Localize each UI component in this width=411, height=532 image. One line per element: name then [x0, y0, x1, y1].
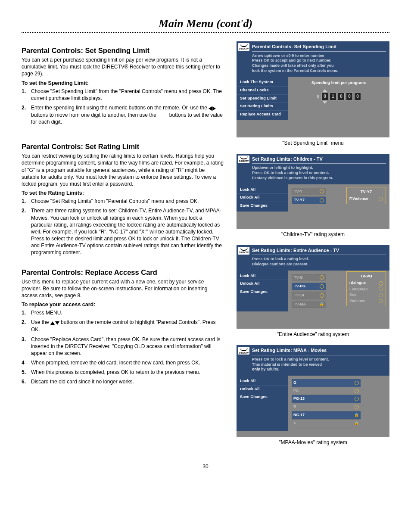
radio-icon [379, 293, 383, 297]
step-text: Press MENU. [31, 310, 62, 316]
ui-content: G PG PG-13 R NC-17🔒 X🔒 [288, 376, 389, 431]
ui-sidebar: Lock All Unlock All Save Changes [237, 184, 288, 212]
intro-spending: You can set a per purchase spending limi… [22, 56, 224, 78]
rating-row[interactable]: R [292, 403, 361, 411]
panel-title: TV-PG [349, 274, 384, 279]
rating-row[interactable]: TV-14 [292, 292, 326, 299]
sidebar-item[interactable]: Set Spending Limit [237, 95, 288, 103]
rating-row[interactable]: G [292, 379, 361, 387]
step-text: Choose "Set Spending Limit" from the "Pa… [31, 88, 222, 101]
list-item: 5.When this process is completed, press … [22, 369, 224, 376]
sublevel-row[interactable]: F.Violence [349, 196, 384, 202]
rating-row[interactable]: TV-MA🔒 [292, 301, 326, 308]
caption: "Entire Audience" rating system [237, 331, 389, 337]
page-title: Main Menu (cont'd) [22, 17, 389, 30]
list-item: 2.Enter the spending limit using the num… [22, 104, 224, 125]
rating-list: TV-Y TV-Y7 [292, 188, 326, 204]
digit-input[interactable]: 0 [321, 93, 328, 100]
caption: "Children-TV" rating system [237, 231, 389, 237]
list-item: 2.Use the buttons on the remote control … [22, 319, 224, 333]
radio-icon [379, 299, 383, 303]
ui-desc: Arrow up/down or #0-9 to enter number Pr… [252, 53, 386, 74]
ui-desc: Up/down or left/right to highlight. Pres… [252, 165, 386, 180]
subhead-spending: To set the Spending Limit: [22, 80, 224, 86]
step-text: Choose "Set Rating Limits" from "Parenta… [31, 198, 199, 204]
spending-digits[interactable]: $ 0 1 0 0 0 [292, 89, 386, 104]
sidebar-item[interactable]: Lock The System [237, 78, 288, 87]
sublevel-panel: TV-Y7 F.Violence [346, 187, 386, 204]
sidebar-item[interactable]: Lock All [237, 186, 288, 194]
ui-header: DIRECTV Set Rating Limits: Entire Audien… [237, 245, 389, 271]
subhead-rating: To set the Rating Limits: [22, 190, 224, 196]
page-number: 30 [22, 464, 389, 470]
sidebar-item[interactable]: Set Rating Limits [237, 103, 288, 111]
sublevel-row[interactable]: Language [349, 286, 384, 292]
ui-entire-audience: DIRECTV Set Rating Limits: Entire Audien… [237, 245, 389, 329]
digit-col[interactable]: 0 [321, 89, 328, 104]
ui-desc: Press OK to lock a rating level or conte… [252, 357, 386, 372]
intro-rating: You can restrict viewing by setting the … [22, 152, 224, 187]
ui-children-tv: DIRECTV Set Rating Limits: Children - TV… [237, 154, 389, 229]
lock-icon: 🔒 [319, 302, 324, 307]
sidebar-item[interactable]: Unlock All [237, 280, 288, 288]
heading-rating: Parental Controls: Set Rating Limit [22, 143, 224, 151]
step-text: When prompted, remove the old card, inse… [31, 360, 200, 366]
directv-logo: DIRECTV [238, 247, 249, 255]
sidebar-item[interactable]: Lock All [237, 377, 288, 386]
sidebar-item[interactable]: Channel Locks [237, 87, 288, 95]
sidebar-item[interactable]: Save Changes [237, 202, 288, 210]
content-container: Parental Controls: Set Spending Limit Yo… [22, 41, 389, 453]
ui-header: DIRECTV Set Rating Limits: MPAA - Movies… [237, 345, 389, 376]
sublevel-row[interactable]: Sex [349, 292, 384, 298]
digit-input[interactable]: 1 [330, 93, 336, 100]
sidebar-item[interactable]: Unlock All [237, 386, 288, 394]
ui-body: Lock All Unlock All Save Changes TV-Y TV… [237, 184, 389, 212]
ui-header: DIRECTV Set Rating Limits: Children - TV… [237, 154, 389, 184]
radio-icon [379, 197, 383, 201]
directv-logo: DIRECTV [238, 347, 249, 355]
digit-input[interactable]: 0 [346, 93, 353, 100]
list-item: 1.Choose "Set Spending Limit" from the "… [22, 88, 224, 102]
chevron-down-icon[interactable] [323, 101, 327, 104]
sidebar-item[interactable]: Lock All [237, 272, 288, 280]
ui-title: Set Rating Limits: Children - TV [252, 156, 386, 164]
sublevel-row[interactable]: Violence [349, 298, 384, 304]
radio-icon [320, 198, 324, 202]
digit-input[interactable]: 0 [338, 93, 345, 100]
radio-icon [355, 389, 359, 393]
steps-spending: 1.Choose "Set Spending Limit" from the "… [22, 88, 224, 126]
ui-sidebar: Lock All Unlock All Save Changes [237, 271, 288, 312]
list-item: 3.Choose "Replace Access Card", then pre… [22, 336, 224, 357]
sublevel-row[interactable]: Dialogue [349, 280, 384, 286]
mpaa-list: G PG PG-13 R NC-17🔒 X🔒 [292, 379, 361, 427]
rating-row[interactable]: X🔒 [292, 420, 361, 428]
step-text: When this process is completed, press OK… [31, 369, 200, 375]
digit-input[interactable]: 0 [354, 93, 361, 100]
sidebar-item[interactable]: Save Changes [237, 393, 288, 401]
radio-icon [320, 293, 324, 298]
rating-row[interactable]: TV-Y7 [292, 196, 326, 204]
left-right-arrows-icon [209, 105, 216, 112]
sidebar-item[interactable]: Unlock All [237, 194, 288, 202]
rating-row[interactable]: PG-13 [292, 395, 361, 403]
rating-row[interactable]: NC-17🔒 [292, 411, 361, 420]
sidebar-item[interactable]: Replace Access Card [237, 111, 288, 118]
directv-logo: DIRECTV [238, 43, 249, 51]
radio-icon [355, 405, 359, 409]
steps-rating: 1.Choose "Set Rating Limits" from "Paren… [22, 198, 224, 256]
ui-title: Set Rating Limits: Entire Audience - TV [252, 248, 386, 255]
caption: "MPAA-Movies" rating system [237, 439, 389, 445]
rating-row[interactable]: TV-Y [292, 188, 326, 196]
list-item: 2.There are three rating systems to set:… [22, 207, 224, 256]
rating-row[interactable]: TV-G [292, 274, 326, 282]
intro-replace: Use this menu to replace your current ca… [22, 278, 224, 299]
ui-content: TV-Y TV-Y7 TV-Y7 F.Violence [288, 184, 389, 212]
dollar-sign: $ [317, 93, 319, 100]
chevron-up-icon[interactable] [323, 89, 327, 92]
sidebar-item[interactable]: Save Changes [237, 288, 288, 296]
rating-row[interactable]: PG [292, 387, 361, 395]
subhead-replace: To replace your access card: [22, 302, 224, 308]
rating-row[interactable]: TV-PG [292, 283, 326, 290]
divider [22, 32, 389, 33]
ui-header: DIRECTV Parental Controls: Set Spending … [237, 41, 389, 77]
